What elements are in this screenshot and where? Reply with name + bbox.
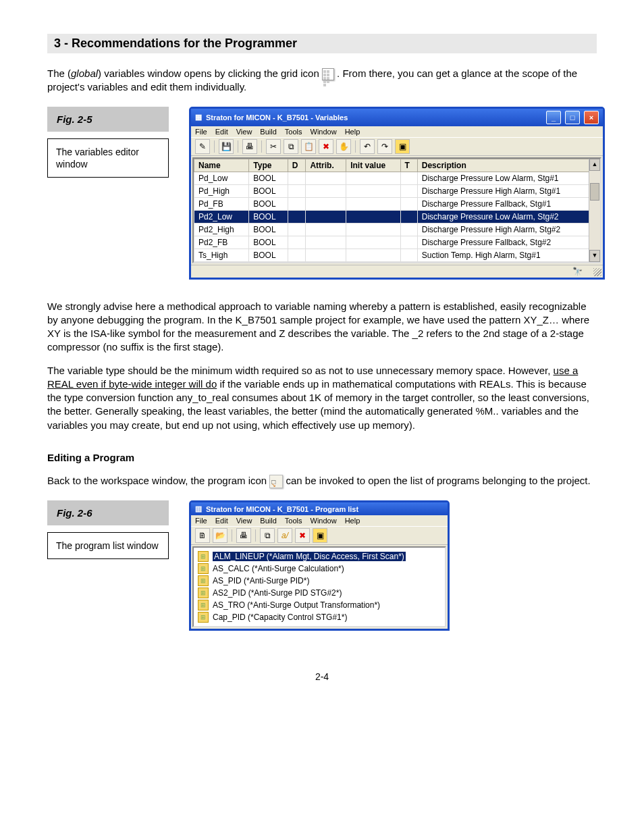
figure-2-6-label: Fig. 2-6 (47, 500, 169, 525)
window-title: Straton for MICON - K_B7501 - Variables (206, 113, 348, 122)
minimize-button[interactable]: _ (546, 111, 561, 124)
col-type[interactable]: Type (249, 159, 288, 172)
variables-window: ▦ Straton for MICON - K_B7501 - Variable… (189, 107, 605, 280)
menu-edit[interactable]: Edit (215, 128, 228, 136)
program-label: AS_TRO (*Anti-Surge Output Transformatio… (213, 600, 380, 610)
list-item[interactable]: ⊞ALM_LINEUP (*Alarm Mgt, Disc Access, Fi… (195, 550, 444, 563)
open-prog-icon[interactable]: 📂 (213, 528, 227, 543)
program-list-icon (269, 475, 283, 488)
table-row[interactable]: Pd_LowBOOLDischarge Pressure Low Alarm, … (194, 172, 600, 184)
program-label: ALM_LINEUP (*Alarm Mgt, Disc Access, Fir… (213, 552, 406, 561)
menu-bar: File Edit View Build Tools Window Help (191, 126, 603, 137)
program-label: Cap_PID (*Capacity Control STG#1*) (213, 613, 347, 622)
program-list[interactable]: ⊞ALM_LINEUP (*Alarm Mgt, Disc Access, Fi… (192, 546, 446, 627)
pmenu-tools[interactable]: Tools (285, 517, 302, 525)
program-label: AS_PID (*Anti-Surge PID*) (213, 576, 309, 585)
pmenu-view[interactable]: View (236, 517, 252, 525)
section-heading: 3 - Recommendations for the Programmer (47, 34, 597, 53)
exec-prog-icon[interactable]: ▣ (313, 528, 327, 543)
undo-button-icon[interactable]: ↶ (360, 139, 375, 154)
page-number: 2-4 (47, 671, 597, 682)
program-label: AS_CALC (*Anti-Surge Calculation*) (213, 564, 344, 573)
proglist-title: Straton for MICON - K_B7501 - Program li… (206, 505, 358, 513)
pmenu-edit[interactable]: Edit (215, 517, 228, 525)
menu-build[interactable]: Build (260, 128, 276, 136)
menu-view[interactable]: View (236, 128, 252, 136)
list-item[interactable]: ⊞Cap_PID (*Capacity Control STG#1*) (195, 611, 444, 623)
redo-button-icon[interactable]: ↷ (377, 139, 392, 154)
proglist-menu-bar: File Edit View Build Tools Window Help (191, 515, 448, 526)
program-list-window: ▥ Straton for MICON - K_B7501 - Program … (189, 500, 450, 631)
cut-button-icon[interactable]: ✂ (266, 139, 281, 154)
app-icon: ▦ (195, 113, 202, 122)
menu-file[interactable]: File (195, 128, 207, 136)
table-row[interactable]: Pd2_HighBOOLDischarge Pressure High Alar… (194, 223, 600, 236)
variables-titlebar[interactable]: ▦ Straton for MICON - K_B7501 - Variable… (191, 109, 603, 126)
list-item[interactable]: ⊞AS2_PID (*Anti-Surge PID STG#2*) (195, 587, 444, 599)
close-button[interactable]: × (584, 111, 599, 124)
col-description[interactable]: Description (417, 159, 599, 172)
table-row[interactable]: Pd_HighBOOLDischarge Pressure High Alarm… (194, 184, 600, 197)
list-item[interactable]: ⊞AS_CALC (*Anti-Surge Calculation*) (195, 563, 444, 575)
delete-prog-icon[interactable]: ✖ (295, 528, 310, 543)
menu-tools[interactable]: Tools (285, 128, 302, 136)
pmenu-help[interactable]: Help (345, 517, 360, 525)
delete-button-icon[interactable]: ✖ (319, 139, 333, 154)
table-row[interactable]: Pd_FBBOOLDischarge Pressure Fallback, St… (194, 197, 600, 210)
table-row[interactable]: Pd2_LowBOOLDischarge Pressure Low Alarm,… (194, 210, 600, 223)
rename-prog-icon[interactable]: a/ (277, 528, 292, 543)
program-label: AS2_PID (*Anti-Surge PID STG#2*) (213, 588, 342, 598)
prog-intro: Back to the workspace window, the progra… (47, 474, 597, 488)
save-button-icon[interactable]: 💾 (219, 139, 234, 154)
paste-button-icon[interactable]: 📋 (301, 139, 316, 154)
hand-button-icon[interactable]: ✋ (336, 139, 351, 154)
col-attrib.[interactable]: Attrib. (306, 159, 346, 172)
list-item[interactable]: ⊞AS_PID (*Anti-Surge PID*) (195, 575, 444, 587)
vars-intro: The (global) variables window opens by c… (47, 67, 597, 95)
copy-prog-icon[interactable]: ⧉ (260, 528, 275, 543)
program-icon: ⊞ (198, 588, 209, 598)
proglist-app-icon: ▥ (195, 504, 202, 513)
scroll-thumb[interactable] (590, 183, 599, 201)
variables-grid[interactable]: NameTypeDAttrib.Init valueTDescription P… (192, 157, 601, 263)
program-icon: ⊞ (198, 551, 209, 562)
figure-2-5-label: Fig. 2-5 (47, 107, 169, 132)
program-icon: ⊞ (198, 600, 209, 610)
col-init value[interactable]: Init value (346, 159, 400, 172)
pmenu-file[interactable]: File (195, 517, 207, 525)
binoculars-icon[interactable]: 🔭 (572, 267, 583, 276)
vars-para-2: The variable type should be the minimum … (47, 364, 597, 432)
copy-button-icon[interactable]: ⧉ (284, 139, 298, 154)
subsection-editing: Editing a Program (47, 451, 597, 465)
table-row[interactable]: Pd2_FBBOOLDischarge Pressure Fallback, S… (194, 236, 600, 249)
program-icon: ⊞ (198, 612, 209, 623)
proglist-titlebar[interactable]: ▥ Straton for MICON - K_B7501 - Program … (191, 502, 448, 515)
status-bar: 🔭 (191, 265, 603, 278)
vars-para-1: We strongly advise here a methodical app… (47, 300, 597, 355)
table-row[interactable]: Ts_HighBOOLSuction Temp. High Alarm, Stg… (194, 249, 600, 261)
vertical-scrollbar[interactable]: ▲ ▼ (589, 159, 600, 262)
menu-help[interactable]: Help (345, 128, 360, 136)
figure-2-6-caption: The program list window (47, 532, 169, 559)
figure-2-5-caption: The variables editor window (47, 138, 169, 178)
pmenu-build[interactable]: Build (260, 517, 276, 525)
col-t[interactable]: T (400, 159, 417, 172)
program-icon: ⊞ (198, 575, 209, 586)
menu-window[interactable]: Window (311, 128, 337, 136)
pmenu-window[interactable]: Window (311, 517, 337, 525)
scroll-up-icon[interactable]: ▲ (589, 159, 600, 171)
print-prog-icon[interactable]: 🖶 (236, 528, 251, 543)
proglist-toolbar: 🗎 📂 🖶 ⧉ a/ ✖ ▣ (191, 526, 448, 545)
exec-button-icon[interactable]: ▣ (395, 139, 410, 154)
col-name[interactable]: Name (194, 159, 249, 172)
new-button-icon[interactable]: ✎ (195, 139, 210, 154)
print-button-icon[interactable]: 🖶 (242, 139, 257, 154)
maximize-button[interactable]: □ (565, 111, 580, 124)
toolbar: ✎ 💾 🖶 ✂ ⧉ 📋 ✖ ✋ ↶ ↷ ▣ (191, 137, 603, 156)
new-prog-icon[interactable]: 🗎 (195, 528, 210, 543)
scroll-down-icon[interactable]: ▼ (589, 250, 600, 262)
resize-grip-icon[interactable] (593, 268, 601, 276)
list-item[interactable]: ⊞AS_TRO (*Anti-Surge Output Transformati… (195, 599, 444, 611)
grid-icon (322, 68, 334, 80)
col-d[interactable]: D (288, 159, 306, 172)
